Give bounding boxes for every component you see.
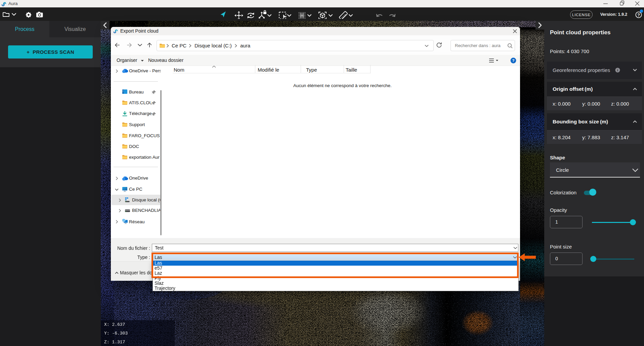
svg-text:?: ? [637,13,640,17]
svg-text:i: i [617,68,618,72]
svg-text:?: ? [512,59,514,63]
